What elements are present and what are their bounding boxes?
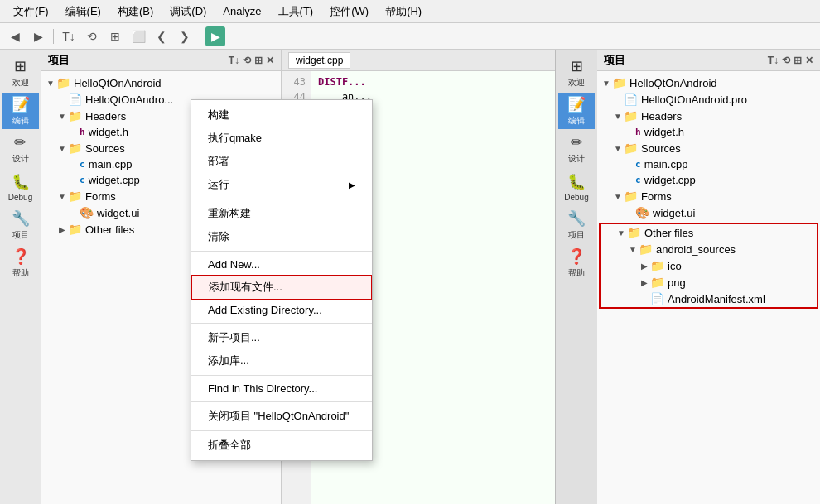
right-sidebar-debug[interactable]: 🐛 Debug (558, 169, 595, 205)
menu-item-tools[interactable]: 工具(T) (272, 2, 321, 21)
sidebar-item-welcome[interactable]: ⊞ 欢迎 (2, 55, 39, 91)
toolbar-grid[interactable]: ⊞ (105, 26, 125, 46)
sidebar-item-help[interactable]: ❓ 帮助 (2, 245, 39, 281)
toolbar-back[interactable]: ◀ (5, 26, 25, 46)
r-tree-sources[interactable]: ▼ 📁 Sources (597, 140, 820, 156)
r-close-btn[interactable]: ✕ (805, 55, 813, 66)
left-project-panel: 项目 T↓ ⟲ ⊞ ✕ ▼ 📁 HelloQtOnAndroid 📄 Hell (41, 50, 282, 504)
right-sidebar-design[interactable]: ✏ 设计 (558, 131, 595, 167)
r-tree-widget-h[interactable]: h widget.h (597, 124, 820, 140)
ctx-build[interactable]: 构建 (191, 103, 372, 127)
right-sidebar-help[interactable]: ❓ 帮助 (558, 245, 595, 281)
ctx-run[interactable]: 运行 ▶ (191, 173, 372, 196)
right-sidebar-welcome[interactable]: ⊞ 欢迎 (558, 55, 595, 91)
r-sources-icon: 📁 (624, 142, 638, 155)
r-widget-cpp-label: widget.cpp (644, 174, 696, 186)
toolbar-link[interactable]: ⟲ (82, 26, 102, 46)
r-header-icon: h (635, 127, 641, 137)
other-folder-icon: 📁 (68, 223, 82, 236)
tree-item-project[interactable]: ▼ 📁 HelloQtOnAndroid (41, 74, 281, 91)
filter-btn[interactable]: T↓ (229, 55, 239, 66)
code-tab[interactable]: widget.cpp (288, 52, 350, 69)
toolbar-square[interactable]: ⬜ (128, 26, 148, 46)
r-tree-widget-ui[interactable]: 🎨 widget.ui (597, 204, 820, 221)
expand-btn[interactable]: ⊞ (254, 55, 263, 66)
ctx-find-dir[interactable]: Find in This Directory... (191, 378, 372, 399)
r-tree-other[interactable]: ▼ 📁 Other files (601, 224, 817, 241)
cpp2-file-icon: c (80, 175, 85, 185)
ctx-add-lib[interactable]: 添加库... (191, 349, 372, 372)
ctx-clean[interactable]: 清除 (191, 225, 372, 248)
r-manifest-label: AndroidManifest.xml (668, 293, 765, 305)
toolbar-forward[interactable]: ▶ (28, 26, 48, 46)
ctx-new-sub[interactable]: 新子项目... (191, 326, 372, 349)
r-project-folder-icon: 📁 (612, 76, 626, 89)
r-tree-pro[interactable]: 📄 HelloQtOnAndroid.pro (597, 91, 820, 108)
project-label: HelloQtOnAndroid (74, 77, 162, 89)
r-tree-forms[interactable]: ▼ 📁 Forms (597, 188, 820, 204)
context-menu: 构建 执行qmake 部署 运行 ▶ 重新构建 清除 Add New... 添加… (191, 99, 373, 461)
menu-item-edit[interactable]: 编辑(E) (59, 2, 108, 21)
r-tree-project[interactable]: ▼ 📁 HelloQtOnAndroid (597, 74, 820, 91)
r-widget-h-label: widget.h (644, 126, 684, 138)
ctx-qmake[interactable]: 执行qmake (191, 127, 372, 150)
r-headers-icon: 📁 (624, 109, 638, 122)
r-tree-widget-cpp[interactable]: c widget.cpp (597, 172, 820, 188)
menu-item-build[interactable]: 构建(B) (111, 2, 160, 21)
main-cpp-label: main.cpp (89, 158, 133, 170)
sources-label: Sources (85, 142, 125, 155)
sidebar-item-design[interactable]: ✏ 设计 (2, 131, 39, 167)
ctx-close-project[interactable]: 关闭项目 "HelloQtOnAndroid" (191, 405, 372, 428)
ctx-sep6 (191, 430, 372, 431)
r-tree-ico[interactable]: ▶ 📁 ico (601, 257, 817, 274)
r-tree-headers[interactable]: ▼ 📁 Headers (597, 108, 820, 124)
r-debug-icon: 🐛 (567, 173, 586, 191)
pro-label: HelloQtOnAndro... (85, 94, 173, 106)
r-tree-android-sources[interactable]: ▼ 📁 android_sources (601, 241, 817, 257)
ctx-collapse-all[interactable]: 折叠全部 (191, 434, 372, 457)
r-tree-manifest[interactable]: 📄 AndroidManifest.xml (601, 290, 817, 307)
ctx-deploy[interactable]: 部署 (191, 150, 372, 173)
r-tree-png[interactable]: ▶ 📁 png (601, 274, 817, 290)
toolbar-chevright[interactable]: ❯ (175, 26, 195, 46)
headers-label: Headers (85, 110, 126, 122)
toolbar-chevleft[interactable]: ❮ (152, 26, 171, 46)
ctx-rebuild[interactable]: 重新构建 (191, 202, 372, 225)
sync-btn[interactable]: ⟲ (243, 55, 251, 66)
menu-item-analyze[interactable]: Analyze (216, 3, 268, 19)
right-content: ⊞ 欢迎 📝 编辑 ✏ 设计 🐛 Debug 🔧 项目 (556, 50, 820, 504)
toolbar-run[interactable]: ▶ (205, 26, 225, 46)
main-layout: ⊞ 欢迎 📝 编辑 ✏ 设计 🐛 Debug 🔧 项目 ❓ 帮助 项目 T↓ (0, 50, 820, 504)
ctx-add-new[interactable]: Add New... (191, 254, 372, 275)
ctx-add-existing[interactable]: 添加现有文件... (191, 275, 372, 300)
r-filter-btn[interactable]: T↓ (768, 55, 779, 66)
r-tree-main-cpp[interactable]: c main.cpp (597, 156, 820, 172)
toolbar-sep1 (53, 29, 54, 44)
close-btn[interactable]: ✕ (266, 55, 274, 66)
other-files-highlighted-section: ▼ 📁 Other files ▼ 📁 android_sources (599, 223, 818, 309)
toolbar-filter[interactable]: T↓ (59, 26, 79, 46)
r-sync-btn[interactable]: ⟲ (782, 55, 790, 66)
debug-icon: 🐛 (12, 173, 30, 191)
sidebar-item-debug[interactable]: 🐛 Debug (2, 169, 39, 205)
r-manifest-icon: 📄 (650, 292, 664, 305)
right-sidebar-project[interactable]: 🔧 项目 (558, 207, 595, 243)
r-forms-label: Forms (641, 190, 672, 203)
menu-item-help[interactable]: 帮助(H) (379, 2, 428, 21)
menu-item-file[interactable]: 文件(F) (7, 2, 55, 21)
arrow-headers: ▼ (56, 112, 68, 121)
code-line-45: DISTF... (318, 74, 548, 89)
sidebar-item-edit[interactable]: 📝 编辑 (2, 93, 39, 129)
menu-item-debug[interactable]: 调试(D) (163, 2, 213, 21)
r-widget-ui-label: widget.ui (653, 207, 695, 219)
sidebar-item-project[interactable]: 🔧 项目 (2, 207, 39, 243)
r-project-label: HelloQtOnAndroid (629, 77, 717, 89)
r-expand-btn[interactable]: ⊞ (793, 55, 802, 66)
right-sidebar-edit[interactable]: 📝 编辑 (558, 93, 595, 129)
ctx-add-dir[interactable]: Add Existing Directory... (191, 300, 372, 320)
menu-item-widget[interactable]: 控件(W) (323, 2, 375, 21)
ctx-sep1 (191, 199, 372, 199)
r-png-label: png (668, 276, 686, 289)
right-panel-header: 项目 T↓ ⟲ ⊞ ✕ (597, 50, 820, 71)
left-panel-title: 项目 (48, 53, 70, 68)
